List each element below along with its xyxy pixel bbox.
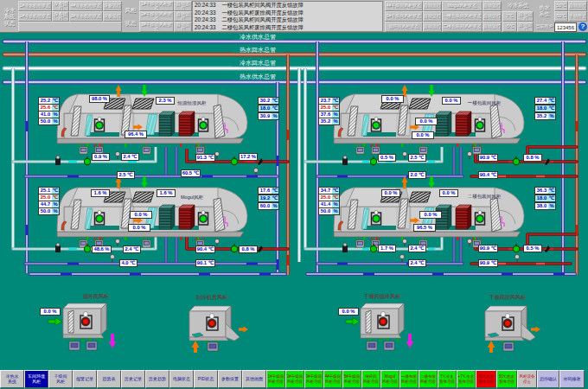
svg-text:冷水回水总管: 冷水回水总管 bbox=[240, 60, 276, 67]
svg-text:一楼包装间风柜: 一楼包装间风柜 bbox=[468, 100, 502, 106]
svg-text:干燥间循环风柜: 干燥间循环风柜 bbox=[363, 293, 400, 300]
svg-text:制冷机房风柜: 制冷机房风柜 bbox=[196, 294, 227, 301]
svg-text:恒温恒湿风柜: 恒温恒湿风柜 bbox=[177, 100, 208, 106]
svg-text:热水回水总管: 热水回水总管 bbox=[240, 47, 276, 54]
svg-text:循环间风柜: 循环间风柜 bbox=[83, 294, 109, 300]
svg-text:二楼包装间风柜: 二楼包装间风柜 bbox=[468, 194, 502, 200]
svg-text:冷水供水总管: 冷水供水总管 bbox=[240, 34, 276, 41]
svg-text:Mogul风柜: Mogul风柜 bbox=[181, 194, 203, 200]
svg-text:热水供水总管: 热水供水总管 bbox=[240, 73, 276, 80]
svg-text:干燥间排风风柜: 干燥间排风风柜 bbox=[489, 294, 526, 301]
